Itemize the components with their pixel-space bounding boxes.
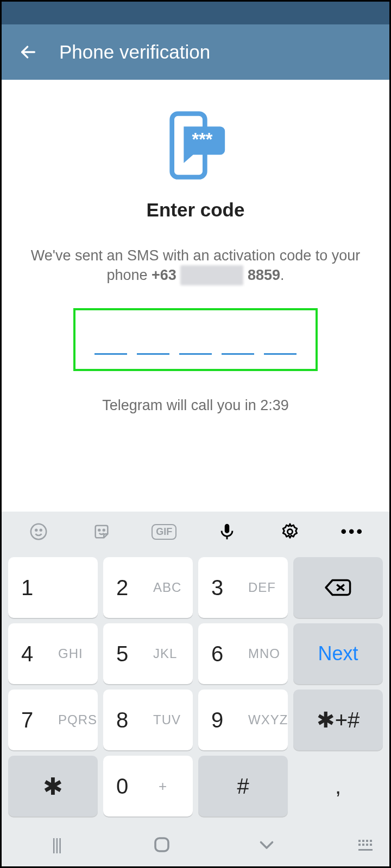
key-2[interactable]: 2ABC	[103, 557, 193, 618]
back-button[interactable]	[7, 36, 49, 68]
code-slot	[179, 353, 212, 355]
key-sub: PQRS	[58, 712, 97, 727]
code-input[interactable]	[73, 308, 318, 371]
key-6[interactable]: 6MNO	[198, 623, 288, 684]
svg-point-10	[287, 529, 292, 534]
key-sub: GHI	[58, 646, 83, 661]
voice-input-button[interactable]	[195, 512, 258, 552]
nav-keyboard-switch[interactable]	[319, 840, 387, 850]
key-label: #	[237, 774, 249, 799]
key-digit: 3	[211, 576, 223, 600]
svg-point-5	[40, 529, 42, 531]
key-1[interactable]: 1	[8, 557, 98, 618]
key-label: ✱	[43, 773, 63, 800]
more-icon: •••	[340, 522, 364, 541]
arrow-left-icon	[19, 43, 37, 61]
home-icon	[152, 835, 172, 854]
svg-point-6	[98, 529, 100, 531]
desc-suffix: .	[280, 267, 285, 283]
key-digit: 9	[211, 708, 223, 732]
key-digit: 5	[116, 642, 128, 666]
keyboard-toolbar: GIF •••	[2, 512, 389, 552]
chevron-down-icon	[257, 835, 276, 854]
key-7[interactable]: 7PQRS	[8, 690, 98, 750]
svg-point-4	[35, 529, 37, 531]
timer-prefix: Telegram will call you in	[102, 397, 260, 413]
key-0[interactable]: 0+	[103, 756, 193, 816]
content-area: *** Enter code We've sent an SMS with an…	[2, 80, 389, 512]
key-digit: 2	[116, 576, 128, 600]
key-label: ✱+#	[317, 707, 360, 732]
svg-rect-8	[225, 524, 230, 533]
gif-icon: GIF	[152, 524, 176, 540]
key-label: ,	[335, 774, 341, 799]
key-5[interactable]: 5JKL	[103, 623, 193, 684]
nav-back[interactable]	[214, 835, 319, 854]
gear-icon	[281, 522, 299, 541]
key-8[interactable]: 8TUV	[103, 690, 193, 750]
key-digit: 4	[21, 642, 33, 666]
key-label: Next	[318, 642, 358, 665]
system-nav-bar: |||	[2, 826, 389, 866]
verification-illustration: ***	[160, 110, 231, 181]
sticker-button[interactable]	[70, 512, 133, 552]
microphone-icon	[218, 522, 236, 541]
keyboard-switch-icon	[358, 840, 372, 850]
phone-cc: +63	[152, 267, 176, 283]
svg-text:***: ***	[192, 130, 213, 149]
keyboard-keys: 1 2ABC 3DEF 4GHI 5JKL 6MNO Next 7PQRS 8T…	[2, 552, 389, 826]
key-sub: +	[159, 778, 167, 795]
svg-point-3	[31, 524, 46, 539]
svg-point-7	[103, 529, 104, 531]
key-digit: 1	[21, 576, 33, 600]
content-title: Enter code	[147, 199, 245, 221]
key-digit: 0	[116, 774, 128, 799]
emoji-button[interactable]	[7, 512, 70, 552]
recent-icon: |||	[52, 835, 61, 854]
key-hash[interactable]: #	[198, 756, 288, 816]
key-sub: WXYZ	[248, 712, 288, 727]
code-slot	[137, 353, 169, 355]
soft-keyboard: GIF ••• 1 2ABC 3DEF	[2, 512, 389, 866]
backspace-icon	[324, 577, 353, 598]
content-description: We've sent an SMS with an activation cod…	[27, 246, 364, 285]
key-9[interactable]: 9WXYZ	[198, 690, 288, 750]
key-sub: JKL	[153, 646, 177, 661]
page-title: Phone verification	[59, 41, 210, 63]
key-3[interactable]: 3DEF	[198, 557, 288, 618]
keyboard-more-button[interactable]: •••	[321, 512, 384, 552]
key-sub: ABC	[153, 580, 181, 595]
code-slot	[222, 353, 254, 355]
gif-button[interactable]: GIF	[133, 512, 195, 552]
key-star[interactable]: ✱	[8, 756, 98, 816]
timer-value: 2:39	[260, 397, 289, 413]
key-backspace[interactable]	[293, 557, 383, 618]
status-bar	[2, 2, 389, 24]
code-slot	[264, 353, 297, 355]
sticker-icon	[92, 522, 111, 541]
key-comma[interactable]: ,	[293, 756, 383, 816]
app-bar: Phone verification	[2, 24, 389, 80]
key-digit: 6	[211, 642, 223, 666]
key-sub: TUV	[153, 712, 181, 727]
smiley-icon	[29, 522, 48, 541]
keyboard-settings-button[interactable]	[258, 512, 321, 552]
key-sub: DEF	[248, 580, 276, 595]
phone-hidden: XXXXXX	[180, 265, 243, 285]
key-sub: MNO	[248, 646, 280, 661]
svg-rect-13	[155, 838, 168, 851]
key-4[interactable]: 4GHI	[8, 623, 98, 684]
nav-recent[interactable]: |||	[4, 835, 109, 854]
key-symbols[interactable]: ✱+#	[293, 690, 383, 750]
call-timer: Telegram will call you in 2:39	[102, 397, 289, 414]
key-digit: 7	[21, 708, 33, 732]
code-slot	[94, 353, 127, 355]
phone-tail: 8859	[248, 267, 280, 283]
key-next[interactable]: Next	[293, 623, 383, 684]
key-digit: 8	[116, 708, 128, 732]
nav-home[interactable]	[109, 835, 215, 854]
